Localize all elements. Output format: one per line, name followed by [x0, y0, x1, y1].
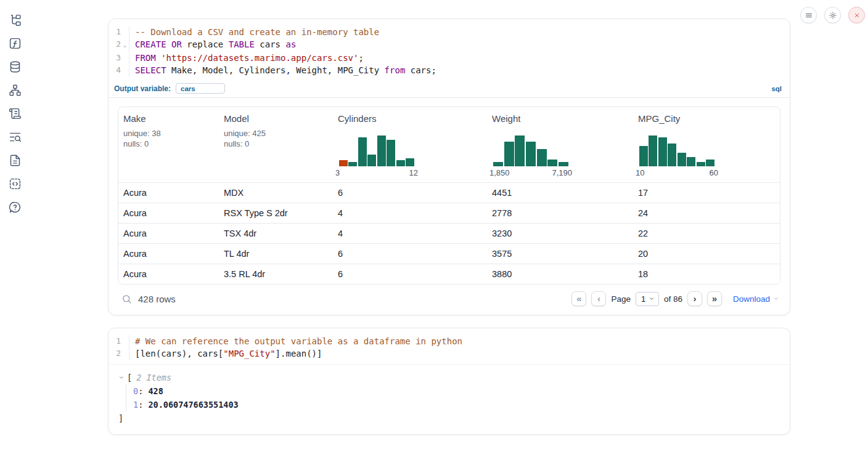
page-select[interactable]: 1 [636, 292, 659, 306]
sidebar-help-button[interactable] [5, 200, 25, 214]
table-cell: RSX Type S 2dr [219, 203, 333, 223]
column-stat: nulls: 0 [224, 139, 266, 149]
table-body: AcuraMDX6445117AcuraRSX Type S 2dr427782… [118, 182, 780, 284]
code-token [156, 53, 161, 63]
scroll-icon [9, 107, 22, 120]
code-token: -- Download a CSV and create an in-memor… [135, 27, 379, 37]
histogram-bar [668, 144, 676, 166]
code-token: CREATE OR [135, 39, 182, 49]
download-button[interactable]: Download [733, 294, 779, 304]
fold-spacer [121, 335, 129, 347]
sidebar-file-explorer-button[interactable] [5, 12, 25, 27]
function-square-icon [9, 37, 22, 50]
line-number: 4 [108, 64, 121, 76]
sidebar-logs-button[interactable] [5, 106, 25, 121]
output-variable-input[interactable] [176, 83, 225, 94]
tree-entry: 0: 428 [133, 384, 780, 398]
shutdown-button[interactable] [848, 7, 865, 23]
histogram-bar [396, 160, 405, 166]
histogram-bar [493, 162, 503, 166]
code-token: ; [358, 53, 363, 63]
axis-max-label: 60 [710, 168, 718, 177]
fold-chevron-icon[interactable]: ⌄ [121, 38, 129, 52]
page-of-label: of 86 [664, 294, 682, 304]
histogram-bar [559, 162, 568, 166]
table-cell: 6 [333, 244, 487, 264]
table-cell: TL 4dr [219, 244, 333, 264]
code-token: ].mean()] [276, 349, 322, 358]
code-text: # We can reference the output variable a… [129, 335, 462, 347]
sidebar-tracebacks-button[interactable] [5, 129, 25, 144]
code-token: "MPG_City" [223, 349, 275, 358]
sidebar-variables-button[interactable] [5, 36, 25, 51]
next-page-button[interactable]: › [687, 291, 702, 306]
line-number: 3 [108, 52, 121, 64]
axis-min-label: 1,850 [489, 168, 510, 177]
histogram-bar [547, 160, 557, 166]
column-stat: nulls: 0 [123, 139, 161, 149]
table-header-cell[interactable]: Modelunique: 425nulls: 0 [219, 107, 333, 182]
table-cell: 2778 [487, 203, 633, 223]
language-badge: sql [771, 85, 784, 92]
shutdown-close-icon [853, 11, 861, 20]
column-name: Make [123, 113, 146, 124]
sidebar-dependency-graph-button[interactable] [5, 83, 25, 97]
sidebar-documentation-button[interactable] [5, 153, 25, 168]
table-cell: 17 [633, 183, 780, 203]
notebook-menu-button[interactable] [800, 7, 817, 23]
code-text: CREATE OR replace TABLE cars as [129, 38, 296, 52]
sidebar-datasources-button[interactable] [5, 59, 25, 74]
sql-code-editor[interactable]: 1-- Download a CSV and create an in-memo… [108, 19, 790, 81]
pagination: « ‹ Page 1 of 86 › » [571, 291, 722, 306]
column-stats: unique: 38nulls: 0 [123, 128, 161, 149]
histogram-bar [697, 162, 705, 166]
histogram-bar [504, 142, 514, 166]
table-cell: 22 [633, 224, 780, 243]
axis-max-label: 12 [409, 168, 418, 177]
chevron-down-icon [773, 296, 779, 302]
code-token: # We can reference the output variable a… [135, 336, 462, 346]
table-cell: 4 [333, 224, 487, 243]
line-number: 2 [108, 38, 121, 52]
line-number: 2 [108, 347, 121, 360]
table-footer: 428 rows « ‹ Page 1 of 86 › » [118, 285, 780, 307]
table-cell: Acura [118, 203, 219, 223]
row-count-label: 428 rows [138, 294, 176, 304]
snippets-icon [9, 177, 22, 190]
page-label: Page [611, 294, 631, 304]
table-cell: 3.5 RL 4dr [219, 264, 333, 284]
table-search-button[interactable] [119, 291, 134, 306]
histogram-bars [639, 134, 714, 166]
axis-max-label: 7,190 [552, 168, 572, 177]
search-icon [121, 294, 132, 304]
first-page-button[interactable]: « [571, 291, 586, 306]
code-text: FROM 'https://datasets.marimo.app/cars.c… [129, 52, 364, 64]
code-text: -- Download a CSV and create an in-memor… [129, 26, 379, 38]
output-variable-label: Output variable: [114, 84, 171, 93]
histogram-bar [687, 157, 695, 166]
tree-entry: 1: 20.060747663551403 [133, 398, 780, 411]
histogram-bar [387, 140, 395, 166]
prev-page-button[interactable]: ‹ [591, 291, 606, 306]
table-header-cell[interactable]: Makeunique: 38nulls: 0 [118, 107, 219, 182]
table-cell: 3575 [487, 244, 633, 264]
network-icon [9, 84, 22, 97]
code-line: 4SELECT Make, Model, Cylinders, Weight, … [108, 64, 790, 76]
code-token: replace [182, 39, 229, 49]
column-name: Weight [492, 113, 520, 124]
table-header-cell[interactable]: Cylinders312 [333, 107, 487, 182]
table-header-cell[interactable]: MPG_City1060 [633, 107, 780, 182]
histogram-bar [639, 146, 648, 166]
sidebar-snippets-button[interactable] [5, 176, 25, 191]
sidebar-panel-bar [0, 0, 30, 449]
python-code-editor[interactable]: 1# We can reference the output variable … [108, 328, 790, 364]
file-text-icon [9, 154, 22, 167]
tree-root-line[interactable]: [ 2 Items [118, 373, 780, 382]
code-token: Make, Model, Cylinders, Weight, MPG_City [166, 65, 385, 75]
table-header-cell[interactable]: Weight1,8507,190 [487, 107, 633, 182]
last-page-button[interactable]: » [707, 291, 722, 306]
settings-button[interactable] [824, 7, 841, 23]
python-output-tree: [ 2 Items 0: 4281: 20.060747663551403 ] [108, 364, 790, 434]
code-token: [len(cars), cars[ [135, 349, 223, 358]
table-row: AcuraTL 4dr6357520 [118, 243, 780, 264]
